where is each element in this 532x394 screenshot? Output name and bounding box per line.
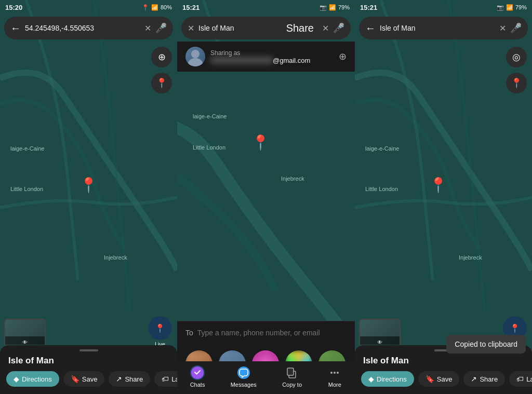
more-icon (327, 365, 342, 380)
directions-icon-right: ◆ (368, 375, 374, 383)
thumb-label-left: 👁 (22, 339, 28, 345)
map-pin-right: 📍 (429, 176, 447, 194)
share-email: @gmail.com (210, 57, 334, 64)
share-to-input[interactable] (197, 329, 347, 337)
share-account-section: Sharing as @gmail.com ⊕ (177, 42, 355, 72)
copy-icon (285, 365, 299, 380)
share-username-blurred (210, 57, 273, 64)
label-icon-right: 🏷 (516, 375, 524, 383)
messages-icon (236, 365, 251, 380)
compass-icon-right: ◎ (512, 51, 521, 63)
location-name-center: Isle of Man (198, 24, 238, 32)
svg-point-1 (188, 58, 203, 66)
directions-icon-left: ◆ (14, 375, 19, 383)
nav-messages[interactable]: Messages (231, 365, 257, 388)
compass-control-right[interactable]: ◎ (506, 47, 527, 67)
location-name-right: Isle of Man (355, 354, 532, 371)
label-text-left: Lab... (171, 375, 177, 383)
share-button-right[interactable]: ↗ Share (463, 371, 505, 387)
marker-control-left[interactable]: 📍 (151, 73, 172, 93)
nav-more[interactable]: More (327, 365, 342, 388)
layers-control-left[interactable]: ⊕ (151, 47, 172, 67)
map-label-injebreck-center: Injebreck (281, 175, 304, 182)
search-query-left: 54.245498,-4.550653 (25, 24, 140, 32)
nav-copy[interactable]: Copy to (282, 365, 302, 388)
marker-icon-left: 📍 (156, 77, 167, 89)
share-label-left: Share (125, 375, 143, 383)
label-button-right[interactable]: 🏷 Lab... (509, 371, 532, 387)
save-label-right: Save (437, 375, 453, 383)
share-user-avatar (185, 47, 205, 66)
left-panel: 15:20 📍 📶 80% ← 54.245498,-4.550653 ✕ 🎤 … (0, 0, 177, 394)
location-name-left: Isle of Man (0, 354, 177, 371)
right-panel: 15:21 📷 📶 79% ← Isle of Man ✕ 🎤 ◎ 📍 laig… (355, 0, 532, 394)
toast-message: Copied to clipboard (455, 340, 517, 348)
nav-chats[interactable]: Chats (190, 365, 205, 388)
marker-control-right[interactable]: 📍 (506, 73, 527, 93)
more-label: More (328, 382, 341, 388)
live-icon-right: 📍 (510, 323, 520, 333)
map-label-injebreck-left: Injebreck (104, 254, 127, 261)
search-bar-right[interactable]: ← Isle of Man ✕ 🎤 (359, 17, 528, 39)
share-icon-left: ↗ (116, 375, 122, 383)
chats-icon (190, 365, 205, 380)
clear-button-right[interactable]: ✕ (499, 23, 506, 33)
share-to-field[interactable]: To (177, 321, 355, 344)
camera-icon-center: 📷 (320, 4, 327, 11)
mic-button-center[interactable]: 🎤 (333, 22, 344, 34)
svg-point-9 (337, 372, 339, 374)
back-button-right[interactable]: ← (365, 22, 376, 34)
wifi-icon-right: 📶 (506, 4, 513, 11)
svg-point-7 (330, 372, 332, 374)
map-label-london-left: Little London (10, 186, 43, 192)
status-icons-center: 📷 📶 79% (320, 4, 350, 11)
map-label-laige-left: laige-e-Caine (10, 145, 44, 152)
directions-button-right[interactable]: ◆ Directions (361, 371, 414, 387)
share-account-options[interactable]: ⊕ (339, 51, 347, 62)
share-domain: @gmail.com (273, 57, 310, 64)
label-text-right: Lab... (526, 375, 532, 383)
status-time-right: 15:21 (360, 4, 377, 11)
live-icon-left: 📍 (155, 323, 165, 333)
search-bar-center[interactable]: ✕ Isle of Man Share ✕ 🎤 (181, 17, 351, 39)
layers-icon-left: ⊕ (158, 51, 166, 63)
marker-icon-right: 📍 (511, 77, 522, 89)
bottom-panel-left: Isle of Man ◆ Directions 🔖 Save ↗ Share … (0, 345, 177, 394)
save-label-left: Save (82, 375, 98, 383)
map-label-london-right: Little London (365, 186, 398, 192)
camera-icon-right: 📷 (497, 4, 504, 11)
status-bar-right: 15:21 📷 📶 79% (355, 0, 532, 15)
center-panel: 15:21 📷 📶 79% ✕ Isle of Man Share ✕ 🎤 Sh… (177, 0, 355, 394)
sharing-as-label: Sharing as (210, 49, 334, 57)
drag-handle-left (79, 349, 98, 351)
thumb-label-right: 👁 (377, 339, 382, 345)
status-icons-right: 📷 📶 79% (497, 4, 527, 11)
close-button-center[interactable]: ✕ (188, 23, 194, 33)
share-map-preview: laige-e-Caine Little London Injebreck 📍 (177, 72, 355, 321)
directions-button-left[interactable]: ◆ Directions (6, 371, 59, 387)
mic-button-left[interactable]: 🎤 (155, 22, 167, 34)
status-icons-left: 📍 📶 80% (142, 4, 172, 11)
clear-button-center[interactable]: ✕ (322, 23, 329, 33)
battery-center: 79% (338, 4, 350, 10)
save-button-right[interactable]: 🔖 Save (418, 371, 460, 387)
map-pin-left: 📍 (79, 176, 98, 194)
live-button-left[interactable]: 📍 Live (148, 316, 172, 347)
share-label-right: Share (480, 375, 498, 383)
share-overlay: Sharing as @gmail.com ⊕ laige-e-Caine Li… (177, 42, 355, 394)
back-button-left[interactable]: ← (10, 22, 21, 34)
label-button-left[interactable]: 🏷 Lab... (154, 371, 177, 387)
map-label-injebreck-right: Injebreck (459, 254, 482, 261)
clear-button-left[interactable]: ✕ (144, 23, 151, 33)
map-thumbnail-left[interactable]: 👁 (4, 319, 46, 347)
mic-button-right[interactable]: 🎤 (510, 22, 522, 34)
map-thumbnail-right[interactable]: 👁 (359, 319, 401, 347)
share-title-search: Share (286, 22, 314, 34)
share-button-left[interactable]: ↗ Share (109, 371, 150, 387)
status-bar-left: 15:20 📍 📶 80% (0, 0, 177, 15)
wifi-icon-center: 📶 (329, 4, 336, 11)
live-circle-left: 📍 (148, 316, 172, 340)
save-button-left[interactable]: 🔖 Save (63, 371, 105, 387)
search-bar-left[interactable]: ← 54.245498,-4.550653 ✕ 🎤 (4, 17, 173, 39)
svg-point-0 (191, 50, 200, 58)
